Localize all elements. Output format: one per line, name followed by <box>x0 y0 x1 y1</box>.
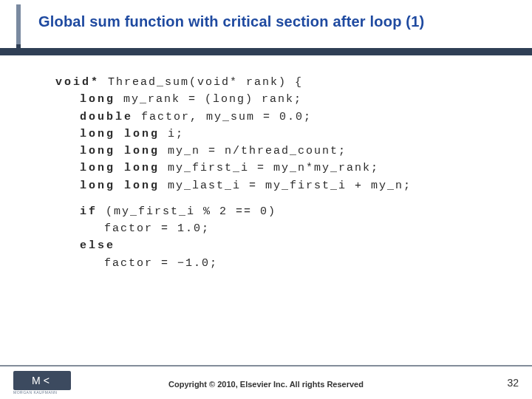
ornament-vertical-bar <box>16 4 21 49</box>
code-keyword: long <box>80 93 115 106</box>
code-text: my_first_i = my_n*my_rank; <box>160 162 379 174</box>
code-line: factor = 1.0; <box>55 220 488 237</box>
code-line: void* Thread_sum(void* rank) { <box>55 74 488 91</box>
code-line: if (my_first_i % 2 == 0) <box>55 203 488 220</box>
page-number: 32 <box>507 377 519 389</box>
code-keyword: long long <box>80 162 160 174</box>
code-text: my_n = n/thread_count; <box>160 145 347 157</box>
code-text: factor = 1.0; <box>55 222 210 235</box>
ornament-horizontal-bar <box>0 48 532 55</box>
code-line: double factor, my_sum = 0.0; <box>55 109 488 126</box>
code-text: factor, my_sum = 0.0; <box>133 111 312 123</box>
code-text: factor = −1.0; <box>55 257 218 270</box>
code-text: (my_first_i % 2 == 0) <box>98 205 276 218</box>
copyright-text: Copyright © 2010, Elsevier Inc. All righ… <box>0 380 532 389</box>
code-keyword: long long <box>80 128 160 140</box>
blank-line <box>55 194 488 203</box>
code-line: long my_rank = (long) rank; <box>55 91 488 108</box>
logo-subtext: MORGAN KAUFMANN <box>13 390 57 395</box>
code-text: i; <box>160 128 184 140</box>
footer: M< MORGAN KAUFMANN Copyright © 2010, Els… <box>0 366 532 399</box>
ornament-joint <box>16 44 21 48</box>
code-text: my_last_i = my_first_i + my_n; <box>160 180 412 192</box>
code-keyword: void* <box>55 76 100 89</box>
code-text: Thread_sum(void* rank) { <box>100 76 303 89</box>
code-line: else <box>55 237 488 254</box>
slide-title: Global sum function with critical sectio… <box>38 13 517 30</box>
code-line: factor = −1.0; <box>55 255 488 272</box>
slide: Global sum function with critical sectio… <box>0 0 532 399</box>
code-keyword: else <box>80 239 115 252</box>
code-text: my_rank = (long) rank; <box>115 93 302 106</box>
code-keyword: if <box>80 205 98 218</box>
code-line: long long my_n = n/thread_count; <box>55 143 488 160</box>
code-block: void* Thread_sum(void* rank) { long my_r… <box>55 74 488 272</box>
code-keyword: double <box>80 111 133 123</box>
code-line: long long my_last_i = my_first_i + my_n; <box>55 177 488 194</box>
code-line: long long my_first_i = my_n*my_rank; <box>55 160 488 177</box>
code-line: long long i; <box>55 126 488 143</box>
code-keyword: long long <box>80 145 160 157</box>
code-keyword: long long <box>80 180 160 192</box>
